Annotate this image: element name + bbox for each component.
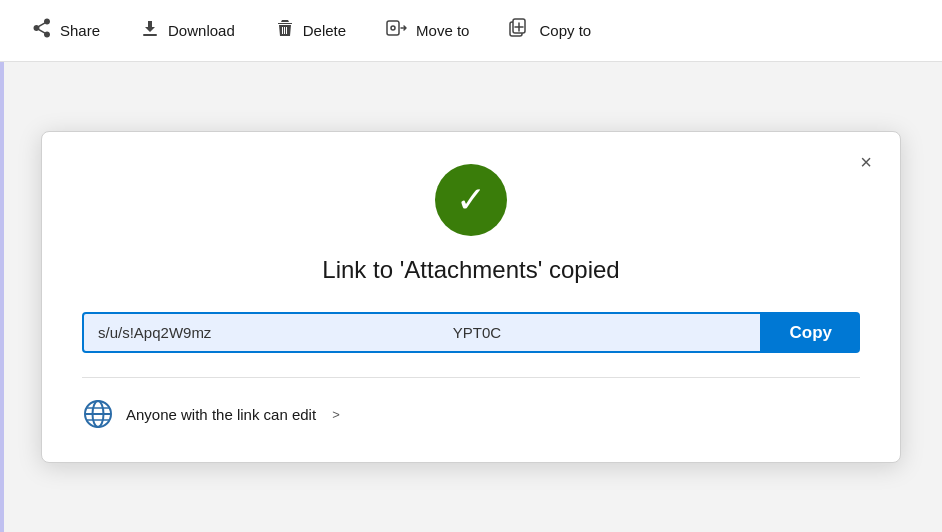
share-icon xyxy=(32,18,52,43)
svg-rect-1 xyxy=(387,21,399,35)
globe-icon xyxy=(82,398,114,430)
move-to-icon xyxy=(386,18,408,43)
copy-to-label: Copy to xyxy=(539,22,591,39)
link-row: Copy xyxy=(82,312,860,353)
dialog-title: Link to 'Attachments' copied xyxy=(322,256,619,284)
download-icon xyxy=(140,18,160,43)
svg-rect-0 xyxy=(143,34,157,36)
close-button[interactable]: × xyxy=(852,148,880,176)
download-label: Download xyxy=(168,22,235,39)
copy-to-icon xyxy=(509,18,531,43)
permission-text: Anyone with the link can edit xyxy=(126,406,316,423)
delete-button[interactable]: Delete xyxy=(259,10,362,51)
download-button[interactable]: Download xyxy=(124,10,251,51)
permission-row[interactable]: Anyone with the link can edit > xyxy=(82,394,860,434)
check-icon: ✓ xyxy=(456,182,486,218)
copy-button[interactable]: Copy xyxy=(762,312,861,353)
divider xyxy=(82,377,860,378)
copy-to-button[interactable]: Copy to xyxy=(493,10,607,51)
success-circle: ✓ xyxy=(435,164,507,236)
move-to-label: Move to xyxy=(416,22,469,39)
svg-point-2 xyxy=(391,26,395,30)
delete-label: Delete xyxy=(303,22,346,39)
chevron-right-icon: > xyxy=(332,407,340,422)
left-accent xyxy=(0,62,4,532)
link-input[interactable] xyxy=(82,312,762,353)
share-button[interactable]: Share xyxy=(16,10,116,51)
share-label: Share xyxy=(60,22,100,39)
move-to-button[interactable]: Move to xyxy=(370,10,485,51)
toolbar: Share Download Delete Move to xyxy=(0,0,942,62)
delete-icon xyxy=(275,18,295,43)
content-area: × ✓ Link to 'Attachments' copied Copy An… xyxy=(0,62,942,532)
copy-link-dialog: × ✓ Link to 'Attachments' copied Copy An… xyxy=(41,131,901,463)
